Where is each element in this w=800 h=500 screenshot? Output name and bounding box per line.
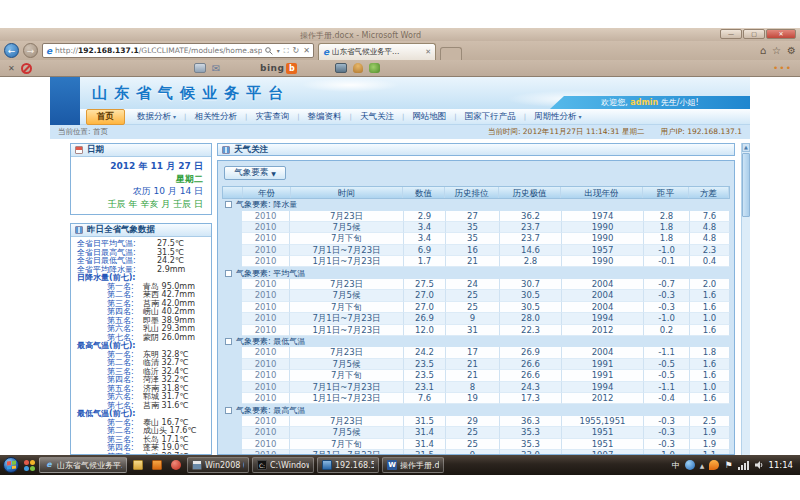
task-button-1[interactable]: e山东省气候业务平... [39, 457, 127, 473]
column-header[interactable]: 距平 [643, 187, 689, 198]
network-signal-icon[interactable] [738, 461, 749, 470]
home-icon[interactable]: ⌂ [760, 45, 766, 56]
table-row[interactable]: 20107月23日2.92736.219742.87.6 [222, 211, 730, 222]
element-filter-button[interactable]: 气象要素▼ [224, 166, 286, 180]
toolbar-more-icon[interactable]: ••• [773, 63, 792, 73]
task-button-5[interactable]: Win2008 (VS2... [187, 457, 249, 473]
column-header[interactable]: 历史极值 [499, 187, 561, 198]
task-button-label: 192.168.59.99... [335, 461, 374, 470]
table-row[interactable]: 20101月1日~7月23日12.03122.320120.21.6 [222, 325, 730, 336]
scroll-up-arrow-icon[interactable]: ▲ [742, 143, 750, 152]
quick-launch-icon[interactable] [22, 458, 36, 472]
table-cell: 0.4 [690, 256, 730, 267]
settings-gear-icon[interactable]: ⚙ [787, 45, 796, 56]
column-header[interactable]: 数值 [403, 187, 445, 198]
task-button-7[interactable]: 192.168.59.99... [317, 457, 379, 473]
scrollbar-thumb[interactable] [742, 153, 750, 217]
wallet-card-icon[interactable] [194, 63, 206, 73]
table-row[interactable]: 20107月5候3.43523.719901.84.8 [222, 222, 730, 233]
table-cell: 19 [446, 393, 500, 404]
group-checkbox[interactable] [225, 270, 232, 277]
forward-button[interactable]: → [23, 43, 38, 58]
table-row[interactable]: 20107月23日27.52430.72004-0.72.0 [222, 279, 730, 290]
table-row[interactable]: 20107月1日~7月23日23.1824.31994-1.11.0 [222, 382, 730, 393]
weather-table: 年份时间数值历史排位历史极值出现年份距平方差气象要素: 降水量20107月23日… [222, 186, 730, 455]
tray-expand-icon[interactable]: ▲ [700, 462, 705, 469]
bing-toolbar-logo[interactable]: bing b [260, 63, 297, 74]
vertical-scrollbar[interactable]: ▲ [741, 143, 750, 455]
table-group-row[interactable]: 气象要素: 最高气温 [222, 404, 730, 416]
table-row[interactable]: 20101月1日~7月23日1.7212.81990-0.10.4 [222, 256, 730, 267]
action-center-flag-icon[interactable]: ⚑ [724, 460, 732, 470]
url-text[interactable]: http://192.168.137.1/GLCCLIMATE/modules/… [55, 46, 262, 55]
new-tab-button[interactable] [440, 47, 462, 60]
people-icon[interactable] [353, 63, 363, 73]
group-checkbox[interactable] [225, 338, 232, 345]
table-cell: 7月5候 [290, 222, 404, 233]
taskbar-clock[interactable]: 11:14 [769, 460, 794, 470]
search-icon[interactable] [265, 47, 273, 55]
close-button[interactable]: ✕ [766, 29, 796, 39]
nav-item-3[interactable]: 相关性分析 [186, 111, 245, 123]
address-field[interactable]: e http://192.168.137.1/GLCCLIMATE/module… [42, 43, 314, 58]
volume-icon[interactable] [754, 460, 764, 470]
table-cell: 7月5候 [290, 290, 404, 301]
flame-icon[interactable] [709, 460, 719, 470]
table-group-row[interactable]: 气象要素: 降水量 [222, 199, 730, 211]
ime-indicator[interactable]: 中 [672, 460, 680, 471]
maximize-button[interactable]: ▢ [743, 29, 765, 39]
back-button[interactable]: ← [4, 43, 19, 58]
favorites-star-icon[interactable]: ☆ [772, 45, 781, 56]
nav-item-6[interactable]: 天气关注 [352, 111, 402, 123]
browser-tab[interactable]: e 山东省气候业务平... ✕ [318, 43, 436, 60]
table-row[interactable]: 20107月下旬23.52126.61991-0.51.6 [222, 370, 730, 381]
table-row[interactable]: 20107月23日24.21726.92004-1.11.8 [222, 347, 730, 358]
table-row[interactable]: 20107月下旬31.42535.31951-0.31.9 [222, 439, 730, 450]
start-button[interactable] [3, 457, 19, 473]
task-button-8[interactable]: W操作手册.docx ... [382, 457, 444, 473]
table-row[interactable]: 20101月1日~7月23日7.61917.32012-0.41.6 [222, 393, 730, 404]
compatibility-icon[interactable]: ⛶ [284, 47, 289, 55]
minimize-button[interactable]: — [720, 29, 742, 39]
table-row[interactable]: 20107月1日~7月23日6.91614.61957-1.02.3 [222, 245, 730, 256]
table-row[interactable]: 20107月下旬3.43523.719901.84.8 [222, 233, 730, 244]
table-row[interactable]: 20107月5候31.42535.31951-0.31.9 [222, 427, 730, 438]
table-row[interactable]: 20107月23日31.52936.31955,1951-0.32.5 [222, 416, 730, 427]
tab-close-icon[interactable]: ✕ [425, 48, 431, 56]
pinned-task-icon-4[interactable] [168, 457, 184, 473]
refresh-icon[interactable]: ↻ [293, 46, 300, 55]
table-row[interactable]: 20107月下旬27.02530.52004-0.31.6 [222, 302, 730, 313]
pinned-task-icon-2[interactable] [130, 457, 146, 473]
task-button-6[interactable]: C:C:\Windows\s... [252, 457, 314, 473]
toolbar-close-icon[interactable]: ✕ [8, 64, 15, 73]
nav-item-9[interactable]: 周期性分析▾ [526, 111, 590, 123]
autocomplete-dropdown-icon[interactable]: ▾ [277, 47, 280, 54]
stop-icon[interactable]: ✕ [303, 46, 310, 55]
nav-item-5[interactable]: 整编资料 [300, 111, 350, 123]
weather-focus-box: 气象要素▼ 年份时间数值历史排位历史极值出现年份距平方差气象要素: 降水量201… [217, 160, 735, 455]
table-group-row[interactable]: 气象要素: 最低气温 [222, 336, 730, 348]
nav-item-8[interactable]: 国家下行产品 [457, 111, 524, 123]
table-group-row[interactable]: 气象要素: 平均气温 [222, 267, 730, 279]
camera-icon[interactable] [335, 63, 347, 73]
column-header[interactable]: 方差 [689, 187, 729, 198]
pinned-task-icon-3[interactable] [149, 457, 165, 473]
column-header[interactable]: 出现年份 [561, 187, 643, 198]
nav-item-4[interactable]: 灾害查询 [247, 111, 297, 123]
table-row[interactable]: 20107月5候27.02530.52004-0.31.6 [222, 290, 730, 301]
blocked-content-icon[interactable] [21, 63, 32, 74]
network-globe-icon[interactable] [685, 460, 695, 470]
group-checkbox[interactable] [225, 407, 232, 414]
browser-titlebar[interactable]: 操作手册.docx - Microsoft Word — ▢ ✕ [0, 28, 800, 41]
column-header[interactable]: 年份 [243, 187, 291, 198]
group-checkbox[interactable] [225, 201, 232, 208]
nav-item-2[interactable]: 数据分析▾ [129, 111, 184, 123]
nav-item-1[interactable]: 首页 [86, 109, 125, 125]
table-row[interactable]: 20107月5候23.52126.61991-0.51.6 [222, 359, 730, 370]
mail-icon[interactable]: ✉ [212, 63, 220, 74]
share-icon[interactable] [369, 63, 380, 73]
nav-item-7[interactable]: 网站地图 [404, 111, 454, 123]
column-header[interactable]: 历史排位 [445, 187, 499, 198]
table-row[interactable]: 20107月1日~7月23日26.9928.01994-1.01.0 [222, 313, 730, 324]
column-header[interactable]: 时间 [291, 187, 403, 198]
